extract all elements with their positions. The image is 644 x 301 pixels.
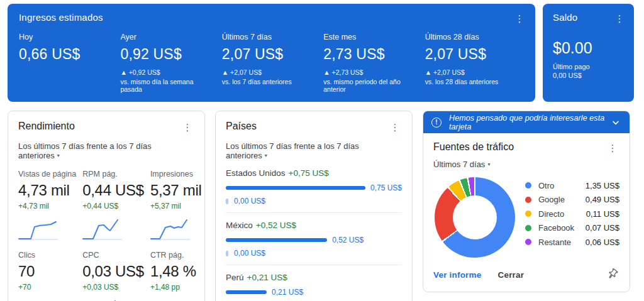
sparkline-chart	[18, 219, 58, 242]
earnings-label: Hoy	[19, 33, 115, 41]
metric-delta: +70	[18, 283, 76, 292]
banner-text: Hemos pensado que podría interesarle est…	[449, 114, 611, 131]
metric-delta: +1,48 pp	[150, 283, 202, 292]
earnings-compare: vs. mismo periodo del año anterior	[323, 78, 419, 93]
metric-page-ctr: CTR pág. 1,48 % +1,48 pp	[150, 251, 202, 301]
earnings-delta: ▲ +0,92 US$	[120, 68, 216, 76]
adsense-dashboard: Ingresos estimados ⋮ Hoy 0,66 US$ Ayer 0…	[0, 0, 644, 301]
metric-impressions: Impresiones 5,37 mil +5,37 mil	[150, 170, 202, 242]
suggested-card-banner[interactable]: ! Hemos pensado que podría interesarle e…	[423, 111, 630, 133]
traffic-range-selector[interactable]: Últimos 7 días▾	[433, 160, 490, 169]
country-row-peru: Perú+0,21 US$ 0,21 US$ 0,00 US$	[226, 265, 402, 301]
country-row-mexico: México+0,52 US$ 0,52 US$ 0,00 US$	[226, 213, 402, 265]
traffic-title: Fuentes de tráfico	[433, 141, 514, 153]
legend-value: 0,07 US$	[586, 223, 619, 233]
country-row-united-states: Estados Unidos+0,75 US$ 0,75 US$ 0,00 US…	[226, 161, 402, 213]
earnings-compare: vs. los 28 días anteriores	[425, 78, 521, 85]
last-payment-value: 0,00 US$	[553, 72, 626, 79]
performance-range-selector[interactable]: Los últimos 7 días frente a los 7 días a…	[18, 141, 194, 160]
legend-item-directo: Directo 0,11 US$	[525, 207, 619, 221]
country-prev-value: 0,00 US$	[234, 249, 265, 258]
kebab-menu-icon[interactable]: ⋮	[513, 12, 526, 26]
earnings-value: 2,73 US$	[323, 46, 419, 63]
earnings-columns: Hoy 0,66 US$ Ayer 0,92 US$ ▲ +0,92 US$ v…	[19, 33, 526, 93]
kebab-menu-icon[interactable]: ⋮	[606, 141, 619, 155]
range-label: Últimos 7 días	[433, 160, 485, 169]
balance-value: $0.00	[553, 39, 626, 57]
metric-value: 5,37 mil	[150, 182, 202, 199]
metric-label: CTR pág.	[150, 251, 202, 260]
legend-value: 0,49 US$	[586, 195, 619, 204]
country-bar-value: 0,75 US$	[370, 183, 402, 192]
country-bar-value: 0,52 US$	[332, 236, 364, 244]
metric-label: Vistas de página	[18, 170, 76, 178]
country-name: Perú	[226, 273, 244, 282]
close-card-button[interactable]: Cerrar	[497, 270, 524, 280]
countries-title: Países	[226, 121, 257, 132]
metric-delta: +4,73 mil	[18, 202, 76, 211]
chevron-down-icon: ▾	[265, 153, 267, 158]
legend-item-otro: Otro 1,35 US$	[525, 178, 619, 193]
earnings-compare: vs. los 7 días anteriores	[222, 78, 318, 85]
range-label: Los últimos 7 días frente a los 7 días a…	[226, 141, 359, 160]
earnings-label: Últimos 28 días	[425, 33, 521, 41]
earnings-compare: vs. mismo día la semana pasada	[120, 78, 216, 93]
legend-item-facebook: Facebook 0,07 US$	[525, 221, 619, 236]
metric-label: RPM pág.	[82, 170, 144, 178]
legend-label: Facebook	[538, 223, 586, 233]
country-bar-value: 0,21 US$	[272, 288, 303, 297]
metric-delta: +0,44 US$	[82, 202, 144, 211]
country-prev-bar	[226, 251, 228, 256]
legend-dot	[525, 225, 531, 231]
earnings-label: Ayer	[120, 33, 216, 41]
metric-page-rpm: RPM pág. 0,44 US$ +0,44 US$	[82, 170, 144, 242]
view-report-link[interactable]: Ver informe	[433, 270, 481, 280]
countries-card: Países ⋮ Los últimos 7 días frente a los…	[215, 111, 413, 301]
traffic-donut-chart	[435, 177, 515, 258]
earnings-col-last28: Últimos 28 días 2,07 US$ ▲ +2,07 US$ vs.…	[425, 33, 526, 93]
legend-value: 0,06 US$	[586, 238, 619, 247]
metric-value: 70	[18, 263, 76, 280]
kebab-menu-icon[interactable]: ⋮	[180, 121, 194, 134]
pin-outline-icon[interactable]	[606, 267, 619, 283]
metric-delta: +0,03 US$	[82, 283, 144, 292]
country-name: México	[226, 221, 253, 230]
earnings-label: Últimos 7 días	[222, 33, 318, 41]
metric-label: CPC	[82, 251, 144, 260]
legend-label: Directo	[538, 209, 586, 219]
chevron-down-icon[interactable]	[611, 118, 621, 128]
metric-value: 1,48 %	[150, 263, 202, 280]
earnings-value: 0,66 US$	[19, 46, 115, 63]
country-delta: +0,52 US$	[256, 221, 296, 230]
earnings-value: 2,07 US$	[222, 46, 318, 63]
metric-label: Impresiones	[150, 170, 202, 178]
legend-label: Restante	[538, 238, 586, 247]
country-bar	[226, 186, 365, 190]
earnings-label: Este mes	[323, 33, 419, 41]
country-prev-value: 0,00 US$	[234, 197, 265, 205]
metric-cpc: CPC 0,03 US$ +0,03 US$	[82, 251, 144, 301]
countries-range-selector[interactable]: Los últimos 7 días frente a los 7 días a…	[226, 141, 402, 160]
balance-card: Saldo ⋮ $0.00 Último pago 0,00 US$	[543, 4, 634, 102]
metric-delta: +5,37 mil	[150, 202, 202, 211]
earnings-value: 0,92 US$	[120, 46, 216, 63]
summary-row: Ingresos estimados ⋮ Hoy 0,66 US$ Ayer 0…	[8, 4, 634, 102]
earnings-col-today: Hoy 0,66 US$	[19, 33, 120, 93]
range-label: Los últimos 7 días frente a los 7 días a…	[18, 141, 152, 160]
traffic-sources-card: ! Hemos pensado que podría interesarle e…	[423, 111, 630, 292]
traffic-legend: Otro 1,35 US$ Google 0,49 US$ Directo 0,…	[525, 178, 619, 249]
legend-item-google: Google 0,49 US$	[525, 193, 619, 207]
earnings-delta: ▲ +2,73 US$	[323, 68, 419, 76]
legend-dot	[525, 239, 531, 245]
kebab-menu-icon[interactable]: ⋮	[388, 121, 402, 134]
country-delta: +0,21 US$	[247, 273, 287, 282]
country-prev-bar	[226, 199, 228, 204]
metric-page-views: Vistas de página 4,73 mil +4,73 mil	[18, 170, 76, 242]
country-delta: +0,75 US$	[289, 168, 329, 178]
legend-dot	[525, 197, 531, 203]
chevron-down-icon: ▾	[57, 153, 60, 158]
metric-label: Clics	[18, 251, 76, 260]
metric-value: 0,44 US$	[82, 182, 144, 199]
balance-card-title: Saldo	[553, 12, 577, 23]
kebab-menu-icon[interactable]: ⋮	[613, 12, 626, 26]
